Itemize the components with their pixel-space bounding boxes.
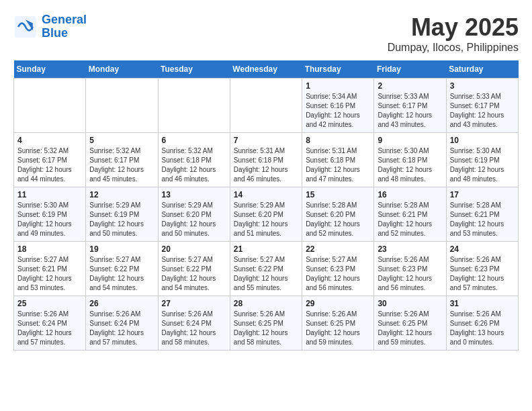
day-number: 19 bbox=[89, 244, 154, 254]
weekday-header-sunday: Sunday bbox=[14, 60, 86, 79]
calendar-cell: 1Sunrise: 5:34 AM Sunset: 6:16 PM Daylig… bbox=[302, 79, 374, 133]
day-info: Sunrise: 5:33 AM Sunset: 6:17 PM Dayligh… bbox=[378, 92, 442, 130]
day-number: 20 bbox=[162, 244, 226, 254]
calendar-cell: 28Sunrise: 5:26 AM Sunset: 6:25 PM Dayli… bbox=[230, 296, 302, 351]
day-info: Sunrise: 5:29 AM Sunset: 6:20 PM Dayligh… bbox=[234, 201, 298, 238]
calendar-cell: 2Sunrise: 5:33 AM Sunset: 6:17 PM Daylig… bbox=[374, 79, 446, 133]
calendar-cell: 14Sunrise: 5:29 AM Sunset: 6:20 PM Dayli… bbox=[230, 187, 302, 242]
day-info: Sunrise: 5:32 AM Sunset: 6:17 PM Dayligh… bbox=[17, 146, 82, 184]
day-number: 17 bbox=[450, 190, 515, 199]
day-info: Sunrise: 5:30 AM Sunset: 6:18 PM Dayligh… bbox=[378, 146, 442, 184]
weekday-header-row: SundayMondayTuesdayWednesdayThursdayFrid… bbox=[14, 60, 519, 79]
weekday-header-friday: Friday bbox=[374, 60, 446, 79]
day-info: Sunrise: 5:32 AM Sunset: 6:18 PM Dayligh… bbox=[162, 146, 226, 184]
day-number: 27 bbox=[162, 299, 226, 308]
weekday-header-thursday: Thursday bbox=[302, 60, 374, 79]
day-number: 6 bbox=[162, 136, 226, 145]
calendar-cell: 18Sunrise: 5:27 AM Sunset: 6:21 PM Dayli… bbox=[14, 242, 86, 296]
calendar-week-5: 25Sunrise: 5:26 AM Sunset: 6:24 PM Dayli… bbox=[14, 296, 519, 351]
day-info: Sunrise: 5:31 AM Sunset: 6:18 PM Dayligh… bbox=[234, 146, 298, 184]
day-number: 22 bbox=[306, 244, 370, 254]
day-info: Sunrise: 5:32 AM Sunset: 6:17 PM Dayligh… bbox=[89, 146, 154, 184]
calendar-cell: 22Sunrise: 5:27 AM Sunset: 6:23 PM Dayli… bbox=[302, 242, 374, 296]
calendar-cell: 31Sunrise: 5:26 AM Sunset: 6:26 PM Dayli… bbox=[446, 296, 518, 351]
calendar-cell bbox=[14, 79, 86, 133]
day-number: 3 bbox=[450, 81, 515, 91]
calendar-week-2: 4Sunrise: 5:32 AM Sunset: 6:17 PM Daylig… bbox=[14, 133, 519, 187]
day-info: Sunrise: 5:26 AM Sunset: 6:24 PM Dayligh… bbox=[17, 310, 82, 347]
calendar-cell: 13Sunrise: 5:29 AM Sunset: 6:20 PM Dayli… bbox=[158, 187, 230, 242]
weekday-header-monday: Monday bbox=[86, 60, 158, 79]
calendar-cell: 15Sunrise: 5:28 AM Sunset: 6:20 PM Dayli… bbox=[302, 187, 374, 242]
calendar-cell: 24Sunrise: 5:26 AM Sunset: 6:23 PM Dayli… bbox=[446, 242, 518, 296]
page-header: General Blue May 2025 Dumpay, Ilocos, Ph… bbox=[13, 13, 519, 54]
calendar-cell: 12Sunrise: 5:29 AM Sunset: 6:19 PM Dayli… bbox=[86, 187, 158, 242]
calendar-cell bbox=[158, 79, 230, 133]
calendar-cell: 25Sunrise: 5:26 AM Sunset: 6:24 PM Dayli… bbox=[14, 296, 86, 351]
day-number: 7 bbox=[234, 136, 298, 145]
calendar-cell: 26Sunrise: 5:26 AM Sunset: 6:24 PM Dayli… bbox=[86, 296, 158, 351]
calendar-cell bbox=[230, 79, 302, 133]
day-number: 2 bbox=[378, 81, 442, 91]
day-info: Sunrise: 5:34 AM Sunset: 6:16 PM Dayligh… bbox=[306, 92, 370, 130]
calendar-cell: 11Sunrise: 5:30 AM Sunset: 6:19 PM Dayli… bbox=[14, 187, 86, 242]
day-info: Sunrise: 5:26 AM Sunset: 6:24 PM Dayligh… bbox=[162, 310, 226, 347]
day-info: Sunrise: 5:28 AM Sunset: 6:21 PM Dayligh… bbox=[450, 201, 515, 238]
calendar-table: SundayMondayTuesdayWednesdayThursdayFrid… bbox=[13, 60, 519, 351]
calendar-cell: 20Sunrise: 5:27 AM Sunset: 6:22 PM Dayli… bbox=[158, 242, 230, 296]
day-number: 13 bbox=[162, 190, 226, 199]
day-info: Sunrise: 5:29 AM Sunset: 6:19 PM Dayligh… bbox=[89, 201, 154, 238]
calendar-cell: 6Sunrise: 5:32 AM Sunset: 6:18 PM Daylig… bbox=[158, 133, 230, 187]
day-number: 16 bbox=[378, 190, 442, 199]
day-number: 9 bbox=[378, 136, 442, 145]
weekday-header-wednesday: Wednesday bbox=[230, 60, 302, 79]
calendar-cell: 16Sunrise: 5:28 AM Sunset: 6:21 PM Dayli… bbox=[374, 187, 446, 242]
weekday-header-tuesday: Tuesday bbox=[158, 60, 230, 79]
day-info: Sunrise: 5:30 AM Sunset: 6:19 PM Dayligh… bbox=[450, 146, 515, 184]
title-block: May 2025 Dumpay, Ilocos, Philippines bbox=[388, 13, 519, 54]
calendar-cell: 29Sunrise: 5:26 AM Sunset: 6:25 PM Dayli… bbox=[302, 296, 374, 351]
day-number: 8 bbox=[306, 136, 370, 145]
day-info: Sunrise: 5:26 AM Sunset: 6:25 PM Dayligh… bbox=[234, 310, 298, 347]
day-info: Sunrise: 5:27 AM Sunset: 6:22 PM Dayligh… bbox=[234, 255, 298, 293]
day-number: 14 bbox=[234, 190, 298, 199]
calendar-week-4: 18Sunrise: 5:27 AM Sunset: 6:21 PM Dayli… bbox=[14, 242, 519, 296]
day-number: 21 bbox=[234, 244, 298, 254]
day-info: Sunrise: 5:26 AM Sunset: 6:23 PM Dayligh… bbox=[378, 255, 442, 293]
calendar-cell: 23Sunrise: 5:26 AM Sunset: 6:23 PM Dayli… bbox=[374, 242, 446, 296]
logo-line1: General bbox=[42, 13, 87, 26]
day-info: Sunrise: 5:27 AM Sunset: 6:23 PM Dayligh… bbox=[306, 255, 370, 293]
day-number: 12 bbox=[89, 190, 154, 199]
day-info: Sunrise: 5:26 AM Sunset: 6:24 PM Dayligh… bbox=[89, 310, 154, 347]
day-number: 26 bbox=[89, 299, 154, 308]
day-info: Sunrise: 5:27 AM Sunset: 6:22 PM Dayligh… bbox=[162, 255, 226, 293]
calendar-subtitle: Dumpay, Ilocos, Philippines bbox=[388, 42, 519, 54]
logo-text: General Blue bbox=[42, 13, 87, 40]
logo-line2: Blue bbox=[42, 26, 68, 40]
logo: General Blue bbox=[13, 13, 87, 40]
day-number: 24 bbox=[450, 244, 515, 254]
day-info: Sunrise: 5:26 AM Sunset: 6:25 PM Dayligh… bbox=[306, 310, 370, 347]
day-info: Sunrise: 5:33 AM Sunset: 6:17 PM Dayligh… bbox=[450, 92, 515, 130]
weekday-header-saturday: Saturday bbox=[446, 60, 518, 79]
day-number: 28 bbox=[234, 299, 298, 308]
day-number: 23 bbox=[378, 244, 442, 254]
calendar-cell: 9Sunrise: 5:30 AM Sunset: 6:18 PM Daylig… bbox=[374, 133, 446, 187]
day-number: 1 bbox=[306, 81, 370, 91]
calendar-cell: 30Sunrise: 5:26 AM Sunset: 6:25 PM Dayli… bbox=[374, 296, 446, 351]
day-number: 4 bbox=[17, 136, 82, 145]
calendar-cell: 21Sunrise: 5:27 AM Sunset: 6:22 PM Dayli… bbox=[230, 242, 302, 296]
day-info: Sunrise: 5:27 AM Sunset: 6:21 PM Dayligh… bbox=[17, 255, 82, 293]
day-number: 25 bbox=[17, 299, 82, 308]
calendar-cell: 5Sunrise: 5:32 AM Sunset: 6:17 PM Daylig… bbox=[86, 133, 158, 187]
day-number: 31 bbox=[450, 299, 515, 308]
calendar-cell: 8Sunrise: 5:31 AM Sunset: 6:18 PM Daylig… bbox=[302, 133, 374, 187]
calendar-cell: 3Sunrise: 5:33 AM Sunset: 6:17 PM Daylig… bbox=[446, 79, 518, 133]
day-number: 10 bbox=[450, 136, 515, 145]
day-info: Sunrise: 5:26 AM Sunset: 6:25 PM Dayligh… bbox=[378, 310, 442, 347]
logo-icon bbox=[13, 15, 38, 39]
calendar-week-3: 11Sunrise: 5:30 AM Sunset: 6:19 PM Dayli… bbox=[14, 187, 519, 242]
day-number: 29 bbox=[306, 299, 370, 308]
day-info: Sunrise: 5:28 AM Sunset: 6:21 PM Dayligh… bbox=[378, 201, 442, 238]
day-number: 5 bbox=[89, 136, 154, 145]
